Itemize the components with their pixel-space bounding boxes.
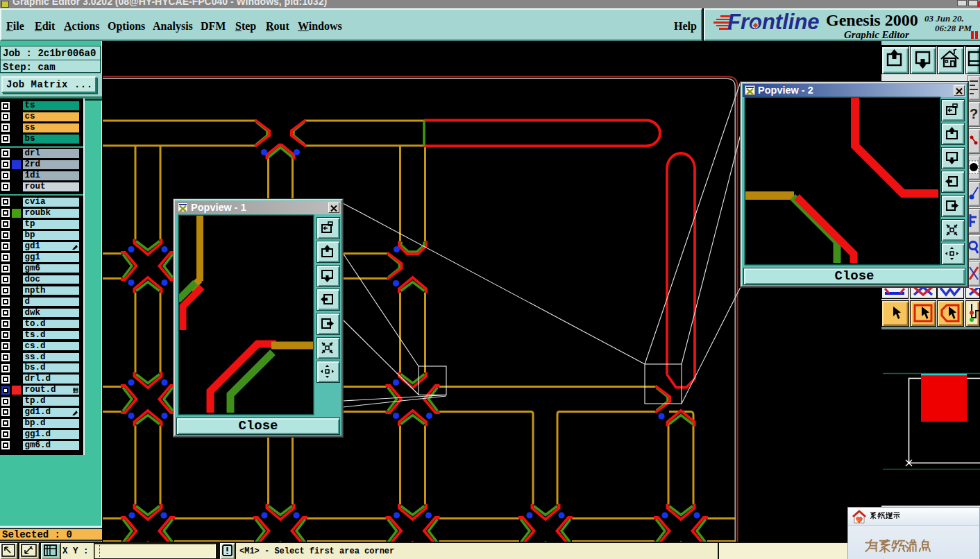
svg-text:?: ?	[970, 106, 978, 121]
